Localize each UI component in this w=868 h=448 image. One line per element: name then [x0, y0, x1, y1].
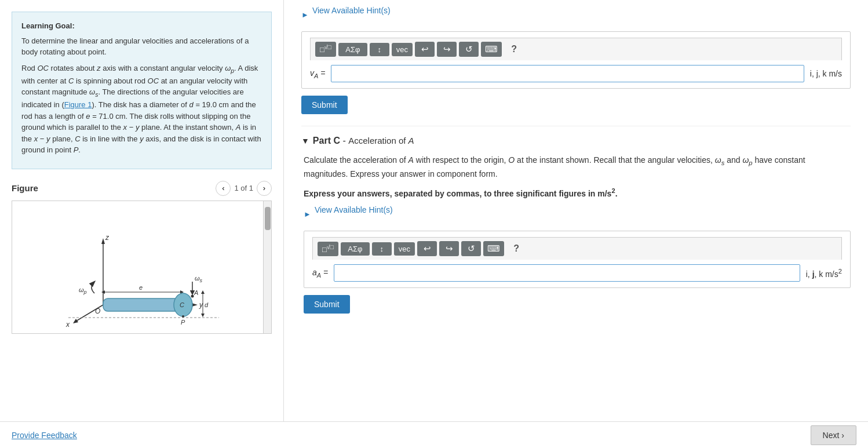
acceleration-answer-box: □√□ ΑΣφ ↕ vec ↩ ↪ ↺ ⌨ ? aA = i, j,: [304, 231, 851, 288]
figure-page-info: 1 of 1: [234, 184, 253, 192]
left-panel: Learning Goal: To determine the linear a…: [0, 0, 284, 448]
right-panel: ► View Available Hint(s) □√□ ΑΣφ ↕ vec ↩…: [284, 0, 868, 448]
toolbar-arrows-button[interactable]: ↕: [370, 43, 389, 56]
submit-velocity-button[interactable]: Submit: [301, 96, 348, 114]
svg-marker-4: [73, 319, 78, 323]
bottom-bar: Provide Feedback Next ›: [0, 421, 868, 448]
svg-text:x: x: [65, 320, 70, 328]
toolbar-redo-button[interactable]: ↪: [437, 42, 457, 57]
svg-marker-1: [101, 238, 105, 244]
figure-title: Figure: [12, 183, 38, 193]
part-c-body-line1: Calculate the acceleration of A with res…: [304, 154, 851, 180]
figure-image: z x y O: [12, 201, 263, 333]
submit-acceleration-button[interactable]: Submit: [304, 295, 350, 314]
figure-section: Figure ‹ 1 of 1 › z: [12, 181, 272, 334]
svg-text:ωp: ωp: [79, 286, 87, 295]
velocity-units: i, j, k m/s: [810, 69, 842, 78]
velocity-toolbar: □√□ ΑΣφ ↕ vec ↩ ↪ ↺ ⌨ ?: [310, 38, 842, 60]
toolbar-help-button[interactable]: ?: [504, 42, 524, 57]
acc-toolbar-help-button[interactable]: ?: [506, 241, 526, 256]
learning-goal-body: Rod OC rotates about z axis with a const…: [21, 63, 262, 156]
toolbar-reset-button[interactable]: ↺: [459, 42, 479, 57]
next-button-label: Next: [823, 431, 840, 440]
velocity-section: ► View Available Hint(s) □√□ ΑΣφ ↕ vec ↩…: [301, 0, 851, 126]
svg-text:C: C: [180, 301, 184, 308]
svg-point-16: [191, 294, 194, 297]
svg-text:e: e: [139, 284, 143, 291]
svg-text:z: z: [105, 234, 110, 242]
part-c-label: Part C - Acceleration of A: [313, 136, 414, 146]
figure-header: Figure ‹ 1 of 1 ›: [12, 181, 272, 196]
part-c-body: Calculate the acceleration of A with res…: [301, 154, 851, 325]
figure-next-button[interactable]: ›: [257, 181, 272, 196]
figure-nav: ‹ 1 of 1 ›: [216, 181, 272, 196]
svg-text:P: P: [181, 319, 185, 326]
learning-goal-box: Learning Goal: To determine the linear a…: [12, 12, 272, 169]
figure-link[interactable]: Figure 1: [64, 100, 92, 109]
acceleration-toolbar: □√□ ΑΣφ ↕ vec ↩ ↪ ↺ ⌨ ?: [312, 237, 842, 260]
hint-toggle-velocity[interactable]: View Available Hint(s): [312, 6, 391, 15]
acc-toolbar-undo-button[interactable]: ↩: [417, 241, 437, 256]
acceleration-input[interactable]: [334, 264, 800, 282]
svg-rect-10: [103, 298, 184, 311]
toolbar-matrix-button[interactable]: □√□: [315, 42, 336, 56]
acc-toolbar-matrix-button[interactable]: □√□: [318, 242, 338, 256]
velocity-answer-box: □√□ ΑΣφ ↕ vec ↩ ↪ ↺ ⌨ ? vA = i, j, k m/s: [301, 31, 851, 89]
part-c-toggle[interactable]: ▼: [301, 136, 309, 145]
learning-goal-title: Learning Goal:: [21, 20, 262, 32]
figure-prev-button[interactable]: ‹: [216, 181, 231, 196]
acc-toolbar-redo-button[interactable]: ↪: [439, 241, 459, 256]
acc-toolbar-arrows-button[interactable]: ↕: [372, 242, 392, 256]
hint-toggle-acceleration[interactable]: View Available Hint(s): [315, 205, 393, 214]
svg-point-22: [182, 315, 184, 318]
velocity-input[interactable]: [331, 65, 804, 82]
acc-toolbar-reset-button[interactable]: ↺: [461, 241, 481, 256]
acc-toolbar-vec-button[interactable]: vec: [394, 242, 415, 256]
toolbar-greek-button[interactable]: ΑΣφ: [338, 43, 367, 56]
acceleration-label: aA =: [312, 268, 328, 279]
toolbar-keyboard-button[interactable]: ⌨: [481, 42, 502, 57]
svg-text:O: O: [95, 307, 100, 315]
part-c-header: ▼ Part C - Acceleration of A: [301, 126, 851, 146]
diagram-svg: z x y O: [51, 206, 225, 328]
part-c-body-line2: Express your answers, separated by comma…: [304, 186, 851, 200]
velocity-label: vA =: [310, 68, 325, 79]
next-chevron-icon: ›: [841, 431, 844, 440]
part-c-dash: -: [342, 136, 348, 145]
svg-text:A: A: [194, 289, 198, 296]
acc-toolbar-greek-button[interactable]: ΑΣφ: [341, 242, 370, 256]
provide-feedback-link[interactable]: Provide Feedback: [12, 431, 77, 440]
acceleration-units: i, j, k m/s2: [806, 268, 842, 279]
toolbar-undo-button[interactable]: ↩: [415, 42, 435, 57]
learning-goal-intro: To determine the linear and angular velo…: [21, 35, 262, 58]
figure-scrollbar-thumb: [265, 207, 271, 230]
figure-container: z x y O: [12, 201, 272, 334]
toolbar-vec-button[interactable]: vec: [392, 43, 413, 56]
acc-toolbar-keyboard-button[interactable]: ⌨: [483, 241, 504, 256]
figure-scrollbar[interactable]: [263, 201, 271, 333]
part-c-description: Acceleration of A: [348, 136, 414, 145]
part-c-section: ▼ Part C - Acceleration of A Calculate t…: [301, 126, 851, 325]
svg-text:ωs: ωs: [195, 275, 203, 283]
next-button[interactable]: Next ›: [811, 425, 856, 445]
svg-text:d: d: [205, 301, 209, 308]
